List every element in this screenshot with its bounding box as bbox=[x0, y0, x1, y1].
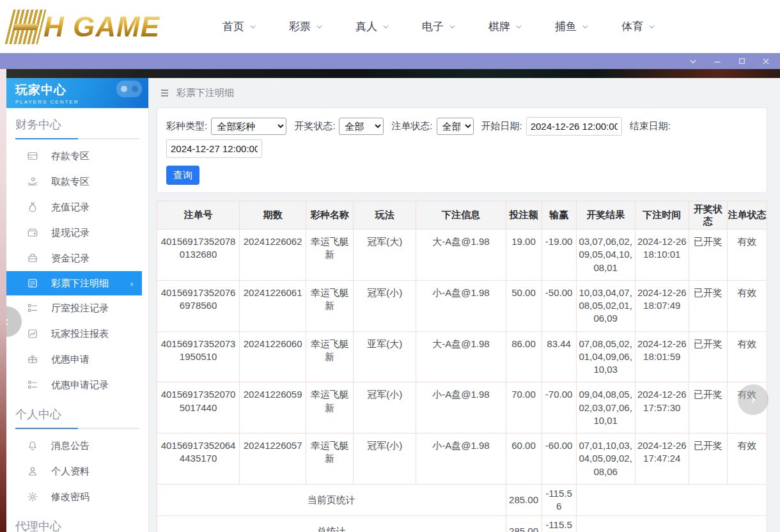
nav-item-4[interactable]: 电子 bbox=[422, 19, 458, 34]
column-header: 彩种名称 bbox=[306, 201, 354, 230]
sidebar-item-label: 充值记录 bbox=[51, 201, 90, 214]
draw-status-select[interactable]: 全部 bbox=[339, 118, 384, 135]
sidebar-item-0-1[interactable]: 取款专区 bbox=[6, 169, 148, 194]
sidebar-item-0-4[interactable]: 资金记录 bbox=[6, 246, 148, 271]
sidebar-item-0-9[interactable]: 优惠申请记录 bbox=[6, 372, 148, 398]
gear-icon bbox=[27, 491, 38, 503]
column-header: 投注额 bbox=[506, 201, 542, 230]
table-cell: 70.00 bbox=[506, 382, 542, 434]
table-row: 40156917352064443517020241226057幸运飞艇新冠军(… bbox=[157, 434, 767, 485]
table-cell: 2024-12-26 18:10:01 bbox=[635, 230, 689, 281]
sidebar-item-label: 取款专区 bbox=[51, 176, 90, 188]
sidebar-item-0-0[interactable]: 存款专区 bbox=[6, 143, 148, 169]
sidebar-item-label: 个人资料 bbox=[51, 465, 90, 478]
summary-bet-total-cell: 285.00 bbox=[506, 516, 542, 532]
banner-strip bbox=[6, 69, 780, 78]
table-cell: 幸运飞艇新 bbox=[306, 434, 354, 485]
end-date-input[interactable] bbox=[166, 139, 262, 158]
sidebar-item-0-7[interactable]: 玩家投注报表 bbox=[6, 321, 148, 347]
table-cell: 83.44 bbox=[542, 331, 576, 382]
chevron-down-icon bbox=[249, 22, 257, 31]
table-cell: 20241226057 bbox=[240, 434, 306, 485]
top-bar: H GAME 首页彩票真人电子棋牌捕鱼体育 bbox=[0, 0, 780, 53]
main-nav: 首页彩票真人电子棋牌捕鱼体育 bbox=[222, 19, 657, 34]
table-cell: 冠军(小) bbox=[354, 280, 416, 331]
lottery-bet-detail-icon bbox=[27, 278, 38, 289]
sidebar-item-label: 存款专区 bbox=[51, 150, 90, 162]
nav-item-3[interactable]: 真人 bbox=[355, 19, 391, 34]
table-cell: 401569173520731950510 bbox=[157, 331, 240, 382]
table-cell: 2024-12-26 18:01:59 bbox=[635, 331, 689, 382]
nav-item-label: 体育 bbox=[621, 19, 643, 34]
lottery-type-label: 彩种类型: bbox=[166, 120, 207, 132]
chevron-right-icon: › bbox=[130, 279, 133, 288]
brand-logo-icon bbox=[4, 10, 46, 44]
person-icon bbox=[27, 465, 38, 477]
table-cell: 07,08,05,02,01,04,09,06,10,03 bbox=[576, 331, 635, 382]
breadcrumb: 彩票下注明细 bbox=[157, 78, 767, 107]
sidebar-item-0-5[interactable]: 彩票下注明细› bbox=[6, 271, 142, 295]
sidebar-item-label: 消息公告 bbox=[51, 440, 90, 452]
table-cell: 60.00 bbox=[506, 434, 542, 485]
query-button[interactable]: 查询 bbox=[166, 166, 199, 185]
hamburger-icon[interactable] bbox=[159, 88, 170, 98]
recharge-record-icon bbox=[27, 201, 38, 213]
table-cell: 20241226062 bbox=[240, 230, 306, 281]
window-minimize-icon[interactable] bbox=[712, 56, 722, 66]
table-cell: 20241226061 bbox=[240, 280, 306, 331]
window-menu-chevron-icon[interactable] bbox=[688, 56, 698, 66]
sidebar-item-0-8[interactable]: 优惠申请 bbox=[6, 347, 148, 372]
start-date-label: 开始日期: bbox=[481, 120, 522, 132]
table-cell: 有效 bbox=[727, 280, 767, 331]
table-cell: 2024-12-26 17:47:24 bbox=[635, 434, 689, 485]
column-header: 下注时间 bbox=[635, 201, 689, 230]
sidebar-item-label: 提现记录 bbox=[51, 227, 90, 239]
column-header: 下注信息 bbox=[416, 201, 506, 230]
promo-record-icon bbox=[27, 379, 38, 391]
column-header: 注单号 bbox=[157, 201, 240, 230]
nav-item-label: 首页 bbox=[222, 19, 244, 34]
summary-win-loss-cell: -115.56 bbox=[542, 516, 576, 532]
chevron-down-icon bbox=[648, 22, 656, 31]
nav-item-6[interactable]: 捕鱼 bbox=[555, 19, 591, 34]
table-cell: -19.00 bbox=[542, 230, 576, 281]
table-row: 40156917352078013268020241226062幸运飞艇新冠军(… bbox=[157, 230, 767, 281]
table-cell: 401569173520705017440 bbox=[157, 382, 240, 434]
nav-item-7[interactable]: 体育 bbox=[621, 19, 657, 34]
sidebar-item-1-0[interactable]: 消息公告 bbox=[6, 433, 148, 458]
table-cell: 已开奖 bbox=[689, 382, 727, 434]
window-maximize-icon[interactable] bbox=[737, 56, 747, 66]
sidebar-item-1-2[interactable]: 修改密码 bbox=[6, 484, 148, 510]
nav-item-5[interactable]: 棋牌 bbox=[488, 19, 524, 34]
table-cell: -60.00 bbox=[542, 434, 576, 485]
nav-item-1[interactable]: 首页 bbox=[222, 19, 258, 34]
order-status-select[interactable]: 全部 bbox=[437, 118, 474, 135]
table-cell: 有效 bbox=[727, 331, 767, 382]
sidebar-item-0-6[interactable]: 厅室投注记录 bbox=[6, 295, 148, 321]
start-date-input[interactable] bbox=[526, 117, 622, 136]
window-close-icon[interactable] bbox=[761, 56, 771, 66]
lottery-type-select[interactable]: 全部彩种 bbox=[211, 118, 286, 135]
nav-item-label: 电子 bbox=[422, 19, 444, 34]
summary-win-loss-cell: -115.56 bbox=[542, 484, 576, 516]
sidebar-section-label: 个人中心 bbox=[6, 398, 148, 428]
draw-status-label: 开奖状态: bbox=[294, 120, 335, 132]
bets-table: 注单号期数彩种名称玩法下注信息投注额输赢开奖结果下注时间开奖状态注单状态4015… bbox=[157, 201, 767, 532]
sidebar-section-underline bbox=[15, 138, 139, 139]
hall-bet-record-icon bbox=[27, 302, 38, 314]
sidebar-item-0-3[interactable]: 提现记录 bbox=[6, 220, 148, 246]
table-cell: 07,01,10,03,04,05,09,02,08,06 bbox=[576, 434, 635, 485]
table-cell: 幸运飞艇新 bbox=[306, 230, 354, 281]
panel-next-button[interactable]: › bbox=[738, 384, 768, 415]
nav-item-2[interactable]: 彩票 bbox=[289, 19, 325, 34]
table-cell: 亚军(大) bbox=[354, 331, 416, 382]
sidebar-item-1-1[interactable]: 个人资料 bbox=[6, 458, 148, 484]
player-bet-report-icon bbox=[27, 328, 38, 340]
page-title: 彩票下注明细 bbox=[176, 87, 234, 99]
table-cell: 50.00 bbox=[506, 280, 542, 331]
table-cell: -50.00 bbox=[542, 280, 576, 331]
sidebar-section-underline bbox=[15, 428, 139, 429]
summary-label-cell: 当前页统计 bbox=[157, 484, 506, 516]
sidebar-item-0-2[interactable]: 充值记录 bbox=[6, 194, 148, 220]
column-header: 注单状态 bbox=[727, 201, 767, 230]
